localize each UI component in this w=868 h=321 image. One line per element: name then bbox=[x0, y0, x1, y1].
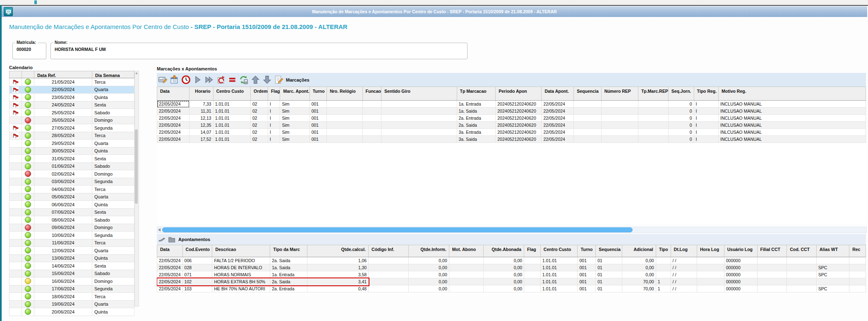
window-titlebar[interactable]: Manutenção de Marcações e Apontamentos P… bbox=[2, 6, 867, 17]
calendar-date[interactable]: 11/06/2024 bbox=[34, 239, 92, 247]
recalculate-icon[interactable] bbox=[238, 75, 249, 85]
table-row[interactable]: 22/05/2024006FALTA 1/2 PERIODO2a. Saida1… bbox=[157, 257, 866, 264]
calendar-day[interactable]: Segunda bbox=[92, 232, 134, 239]
calendar-date[interactable]: 05/06/2024 bbox=[34, 193, 92, 201]
calendar-row[interactable]: 08/06/2024Sabado bbox=[10, 216, 134, 224]
calendar-day[interactable]: Domingo bbox=[92, 170, 134, 178]
calendar-row[interactable]: 20/06/2024Quinta bbox=[10, 308, 134, 316]
calendar-row[interactable]: 02/06/2024Domingo bbox=[10, 170, 134, 178]
calendar-row[interactable]: 10/06/2024Segunda bbox=[10, 232, 134, 239]
scroll-up-arrow-icon[interactable] bbox=[135, 72, 138, 74]
calendar-scrollbar-thumb[interactable] bbox=[135, 129, 138, 204]
calendar-date[interactable]: 31/05/2024 bbox=[34, 155, 92, 163]
calendar-day[interactable]: Terca bbox=[92, 78, 134, 86]
table-row[interactable]: 22/05/202412,351.01.0102ISim0012a. Saida… bbox=[157, 122, 866, 129]
calendar-row[interactable]: 05/06/2024Quarta bbox=[10, 193, 134, 201]
calendar-date[interactable]: 22/05/2024 bbox=[34, 86, 92, 94]
calendar-row[interactable]: 30/05/2024Quinta bbox=[10, 147, 134, 155]
calendar-day[interactable]: Terca bbox=[92, 293, 134, 301]
table-row[interactable]: 22/05/2024103HE BH 70% NAO AUTORI2a. Ent… bbox=[157, 285, 866, 292]
calendar-row[interactable]: 06/06/2024Quinta bbox=[10, 201, 134, 209]
calendar-date[interactable]: 06/06/2024 bbox=[34, 201, 92, 209]
calendar-day[interactable]: Sexta bbox=[92, 155, 134, 163]
calendar-date[interactable]: 26/05/2024 bbox=[34, 116, 92, 124]
calendar-date[interactable]: 17/06/2024 bbox=[34, 285, 92, 293]
calendar-insert-icon[interactable] bbox=[169, 75, 180, 85]
calendar-date[interactable]: 12/06/2024 bbox=[34, 247, 92, 255]
calendar-date[interactable]: 13/06/2024 bbox=[34, 254, 92, 262]
calendar-day[interactable]: Domingo bbox=[92, 278, 134, 285]
calendar-day[interactable]: Sexta bbox=[92, 208, 134, 216]
calendar-date[interactable]: 24/05/2024 bbox=[34, 101, 92, 109]
calendar-day[interactable]: Quinta bbox=[92, 308, 134, 316]
horizontal-scrollbar[interactable] bbox=[157, 227, 867, 233]
calendar-row[interactable]: 19/06/2024Quarta bbox=[10, 300, 134, 308]
calendar-day[interactable]: Quarta bbox=[92, 86, 134, 94]
calendar-row[interactable]: 04/06/2024Terca bbox=[10, 186, 134, 193]
calendar-date[interactable]: 25/05/2024 bbox=[34, 109, 92, 117]
edit-note-icon[interactable] bbox=[273, 75, 284, 85]
calendar-date[interactable]: 27/05/2024 bbox=[34, 124, 92, 132]
calendar-row[interactable]: 15/06/2024Sabado bbox=[10, 270, 134, 278]
calendar-row[interactable]: 29/05/2024Quarta bbox=[10, 140, 134, 147]
calendar-date[interactable]: 28/05/2024 bbox=[34, 132, 92, 140]
calendar-date[interactable]: 14/06/2024 bbox=[34, 262, 92, 270]
calendar-date[interactable]: 07/06/2024 bbox=[34, 208, 92, 216]
calendar-day[interactable]: Quarta bbox=[92, 193, 134, 201]
calendar-date[interactable]: 09/06/2024 bbox=[34, 224, 92, 232]
calendar-day[interactable]: Sexta bbox=[92, 262, 134, 270]
calendar-date[interactable]: 18/06/2024 bbox=[34, 293, 92, 301]
table-row[interactable]: 22/05/2024071HORAS NORMAIS1a. Entrada3,5… bbox=[157, 271, 866, 278]
table-row[interactable]: 22/05/2024102HORAS EXTRAS BH 50%2a. Said… bbox=[157, 278, 866, 285]
calendar-row[interactable]: 21/05/2024Terca bbox=[10, 78, 134, 86]
table-row[interactable]: 22/05/202412,131.01.0102ISim0012a. Entra… bbox=[157, 115, 866, 122]
calendar-day[interactable]: Sabado bbox=[92, 216, 134, 224]
calendar-row[interactable]: 31/05/2024Sexta bbox=[10, 155, 134, 163]
calendar-day[interactable]: Terca bbox=[92, 186, 134, 193]
equals-icon[interactable] bbox=[227, 75, 237, 85]
pointer-hand-icon[interactable] bbox=[157, 235, 166, 244]
calendar-row[interactable]: 24/05/2024Sexta bbox=[10, 101, 134, 109]
calendar-row[interactable]: 17/06/2024Segunda bbox=[10, 285, 134, 293]
table-row[interactable]: 22/05/2024028HORAS DE INTERVALO1a. Saida… bbox=[157, 264, 866, 271]
calendar-day[interactable]: Quinta bbox=[92, 254, 134, 262]
calendar-day[interactable]: Quinta bbox=[92, 147, 134, 155]
undo-document-icon[interactable] bbox=[215, 75, 226, 85]
calendar-day[interactable]: Sabado bbox=[92, 270, 134, 278]
calendar-date[interactable]: 30/05/2024 bbox=[34, 147, 92, 155]
calendar-row[interactable]: 22/05/2024Quarta bbox=[10, 86, 134, 94]
calendar-row[interactable]: 09/06/2024Domingo bbox=[10, 224, 134, 232]
calendar-date[interactable]: 04/06/2024 bbox=[34, 186, 92, 193]
calendar-row[interactable]: 25/05/2024Sabado bbox=[10, 109, 134, 117]
calendar-day[interactable]: Sexta bbox=[92, 101, 134, 109]
scroll-left-arrow-icon[interactable] bbox=[158, 228, 161, 232]
calendar-row[interactable]: 27/05/2024Segunda bbox=[10, 124, 134, 132]
table-row[interactable]: 22/05/202411,311.01.0102ISim0011a. Saida… bbox=[157, 108, 866, 115]
calendar-date[interactable]: 08/06/2024 bbox=[34, 216, 92, 224]
calendar-row[interactable]: 12/06/2024Quarta bbox=[10, 247, 134, 255]
calendar-row[interactable]: 26/05/2024Domingo bbox=[10, 116, 134, 124]
edit-card-icon[interactable] bbox=[157, 75, 168, 85]
calendar-scrollbar[interactable] bbox=[134, 71, 139, 307]
calendar-day[interactable]: Sabado bbox=[92, 162, 134, 170]
calendar-date[interactable]: 21/05/2024 bbox=[34, 78, 92, 86]
calendar-day[interactable]: Quarta bbox=[92, 140, 134, 147]
calendar-row[interactable]: 07/06/2024Sexta bbox=[10, 208, 134, 216]
calendar-date[interactable]: 20/06/2024 bbox=[34, 308, 92, 316]
calendar-date[interactable]: 02/06/2024 bbox=[34, 170, 92, 178]
calendar-row[interactable]: 28/05/2024Terca bbox=[10, 132, 134, 140]
play-icon[interactable] bbox=[192, 75, 203, 85]
calendar-date[interactable]: 01/06/2024 bbox=[34, 162, 92, 170]
calendar-row[interactable]: 14/06/2024Sexta bbox=[10, 262, 134, 270]
calendar-date[interactable]: 16/06/2024 bbox=[34, 278, 92, 285]
fast-forward-icon[interactable] bbox=[204, 75, 214, 85]
calendar-day[interactable]: Quinta bbox=[92, 94, 134, 101]
calendar-day[interactable]: Quarta bbox=[92, 247, 134, 255]
calendar-day[interactable]: Terca bbox=[92, 132, 134, 140]
calendar-day[interactable]: Quarta bbox=[92, 300, 134, 308]
horizontal-scrollbar-thumb[interactable] bbox=[162, 227, 633, 232]
calendar-day[interactable]: Domingo bbox=[92, 224, 134, 232]
calendar-row[interactable]: 11/06/2024Terca bbox=[10, 239, 134, 247]
calendar-row[interactable]: 03/06/2024Segunda bbox=[10, 178, 134, 186]
calendar-row[interactable]: 18/06/2024Terca bbox=[10, 293, 134, 301]
